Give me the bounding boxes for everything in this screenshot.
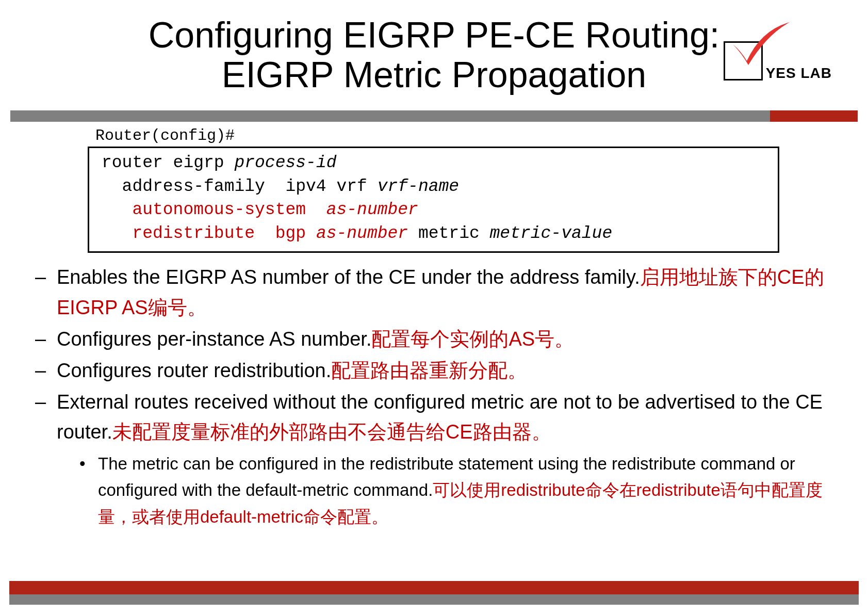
bullet-2-en: Configures per-instance AS number. xyxy=(57,328,371,350)
checkmark-icon xyxy=(730,20,792,66)
sub-bullet-1: The metric can be configured in the redi… xyxy=(21,450,837,529)
code-l2b: vrf-name xyxy=(378,177,459,196)
title-line-2: EIGRP Metric Propagation xyxy=(222,55,647,95)
config-prompt: Router(config)# xyxy=(95,127,235,144)
bullet-3: Configures router redistribution.配置路由器重新… xyxy=(21,356,837,386)
prompt-text-right: )# xyxy=(216,127,235,144)
divider-gray xyxy=(10,110,770,122)
bullet-4-cn: 未配置度量标准的外部路由不会通告给CE路由器。 xyxy=(112,421,551,443)
logo-checkbox xyxy=(724,41,763,80)
bullet-4: External routes received without the con… xyxy=(21,387,837,448)
code-l4b: as-number xyxy=(316,224,408,243)
title-line-1: Configuring EIGRP PE-CE Routing: xyxy=(149,15,720,55)
bullet-list: Enables the EIGRP AS number of the CE un… xyxy=(21,262,837,530)
bullet-3-en: Configures router redistribution. xyxy=(57,360,331,381)
divider-bar xyxy=(10,110,858,122)
bullet-2: Configures per-instance AS number.配置每个实例… xyxy=(21,324,837,354)
code-l1b: process-id xyxy=(234,153,336,172)
code-l1a: router eigrp xyxy=(102,153,234,172)
divider-red xyxy=(770,110,858,122)
code-l2a: address-family ipv4 vrf xyxy=(102,177,378,196)
bullet-2-cn: 配置每个实例的AS号。 xyxy=(371,328,574,350)
slide: Configuring EIGRP PE-CE Routing: EIGRP M… xyxy=(0,0,868,614)
code-l4c: metric xyxy=(408,224,489,243)
code-l4d: metric-value xyxy=(490,224,613,243)
prompt-text-left: Router(config xyxy=(95,127,216,144)
code-block: router eigrp process-id address-family i… xyxy=(88,147,779,253)
bullet-1: Enables the EIGRP AS number of the CE un… xyxy=(21,262,837,323)
code-l3b: as-number xyxy=(326,200,418,219)
logo-text: YES LAB xyxy=(766,65,832,82)
code-l4a: redistribute bgp xyxy=(102,224,316,243)
bullet-3-cn: 配置路由器重新分配。 xyxy=(331,360,527,381)
footer-gray-bar xyxy=(9,594,859,605)
footer-red-bar xyxy=(9,581,859,594)
logo: YES LAB xyxy=(724,41,832,80)
code-l3a: autonomous-system xyxy=(102,200,326,219)
bullet-1-en: Enables the EIGRP AS number of the CE un… xyxy=(57,266,640,288)
